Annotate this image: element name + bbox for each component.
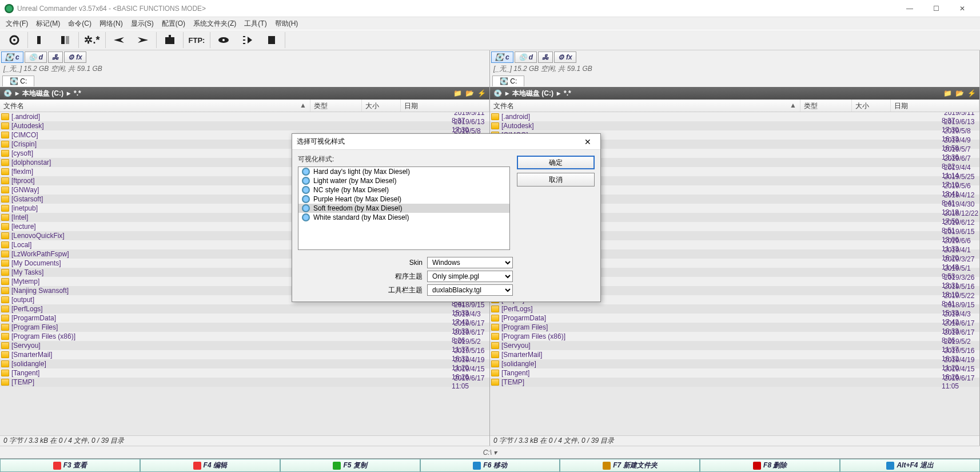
disk-icon: 💽: [3, 89, 12, 97]
minimize-button[interactable]: —: [897, 0, 923, 17]
path-tab[interactable]: 💽 C:: [2, 76, 34, 86]
file-row[interactable]: [solidangle]2019/4/19 11:20: [490, 359, 979, 368]
file-row[interactable]: [Autodesk]2019/6/13 17:30: [0, 121, 489, 130]
maximize-button[interactable]: ☐: [923, 0, 949, 17]
styles-listbox[interactable]: Hard day's light (by Max Diesel)Light wa…: [298, 166, 510, 250]
menu-item[interactable]: 命令(C): [65, 18, 95, 30]
menu-item[interactable]: 配置(O): [158, 18, 189, 30]
file-row[interactable]: [Program Files]2019/6/17 10:33: [490, 323, 979, 332]
fkey-f7[interactable]: F7 新建文件夹: [560, 459, 700, 472]
file-row[interactable]: [Tangent]2019/4/15 16:26: [490, 368, 979, 378]
menu-item[interactable]: 工具(T): [241, 18, 270, 30]
file-row[interactable]: [ProgarmData]2019/4/3 17:42: [0, 314, 489, 323]
menu-item[interactable]: 文件(F): [2, 18, 31, 30]
bc-icon-3[interactable]: ⚡: [967, 89, 976, 97]
tool-forward-icon[interactable]: [131, 31, 155, 49]
file-row[interactable]: [Servyou]2019/5/2 11:37: [490, 341, 979, 350]
fkey-f5[interactable]: F5 复制: [280, 459, 420, 472]
tool-eye-icon[interactable]: [212, 31, 236, 49]
drive-c-button[interactable]: 💽 c: [491, 51, 513, 63]
col-ext[interactable]: 类型: [800, 100, 852, 112]
col-size[interactable]: 大小: [362, 100, 401, 112]
file-row[interactable]: [TEMP]2019/6/17 11:05: [490, 378, 979, 387]
drive-d-button[interactable]: 💿 d: [25, 51, 47, 63]
tool-list-icon[interactable]: [236, 31, 260, 49]
tool-filter-icon[interactable]: ✲.*: [80, 31, 104, 49]
skin-select[interactable]: Windows: [427, 257, 513, 268]
bc-icon-3[interactable]: ⚡: [477, 89, 486, 97]
fkey-f4[interactable]: F4 编辑: [140, 459, 280, 472]
path-tab[interactable]: 💽 C:: [492, 76, 524, 86]
fkey-icon: [886, 462, 894, 470]
tool-panel1-icon[interactable]: [29, 31, 53, 49]
fkey-f3[interactable]: F3 查看: [0, 459, 140, 472]
file-row[interactable]: [ProgarmData]2019/4/3 17:42: [490, 314, 979, 323]
file-row[interactable]: [PerfLogs]2018/9/15 15:33: [490, 304, 979, 314]
breadcrumb-bar[interactable]: 💽▸本地磁盘 (C:)▸*.*📁📂⚡: [0, 87, 489, 100]
col-date[interactable]: 日期: [891, 100, 979, 112]
drive-fx-button[interactable]: ⚙ fx: [64, 51, 86, 63]
file-row[interactable]: [PerfLogs]2018/9/15 15:33: [0, 304, 489, 314]
file-row[interactable]: [TEMP]2019/6/17 11:05: [0, 378, 489, 387]
col-size[interactable]: 大小: [852, 100, 891, 112]
breadcrumb-disk[interactable]: 本地磁盘 (C:): [22, 89, 63, 98]
drive-c-button[interactable]: 💽 c: [1, 51, 23, 63]
breadcrumb-filter[interactable]: *.*: [74, 89, 81, 97]
style-option[interactable]: Purple Heart (by Max Diesel): [298, 195, 509, 204]
close-button[interactable]: ✕: [949, 0, 975, 17]
file-row[interactable]: [Program Files (x86)]2019/6/17 8:26: [0, 332, 489, 341]
file-row[interactable]: [Tangent]2019/4/15 16:26: [0, 368, 489, 378]
menubar: 文件(F)标记(M)命令(C)网络(N)显示(S)配置(O)系统文件夹(Z)工具…: [0, 17, 980, 30]
col-name[interactable]: 文件名 ▲: [490, 100, 800, 112]
file-row[interactable]: [Servyou]2019/5/2 11:37: [0, 341, 489, 350]
tool-back-icon[interactable]: [107, 31, 131, 49]
breadcrumb-filter[interactable]: *.*: [564, 89, 571, 97]
menu-item[interactable]: 系统文件夹(Z): [190, 18, 240, 30]
toolbar-theme-select[interactable]: duxlabBlacky.tgl: [427, 284, 513, 296]
drive-network-button[interactable]: 🖧: [48, 51, 63, 63]
file-row[interactable]: [.android]2019/5/11 8:37: [490, 112, 979, 121]
fkey-f8[interactable]: F8 删除: [700, 459, 840, 472]
bc-icon-1[interactable]: 📁: [943, 89, 952, 97]
bc-icon-2[interactable]: 📂: [955, 89, 964, 97]
tool-refresh-icon[interactable]: [2, 31, 26, 49]
dialog-close-button[interactable]: ✕: [580, 137, 596, 146]
theme-select[interactable]: Only simple.pgl: [427, 271, 513, 282]
style-option[interactable]: Light water (by Max Diesel): [298, 176, 509, 185]
file-row[interactable]: [Program Files (x86)]2019/6/17 8:26: [490, 332, 979, 341]
fkey-f6[interactable]: F6 移动: [420, 459, 560, 472]
menu-item[interactable]: 显示(S): [128, 18, 157, 30]
drive-fx-button[interactable]: ⚙ fx: [554, 51, 576, 63]
tool-flag-icon[interactable]: [260, 31, 284, 49]
file-row[interactable]: [Program Files]2019/6/17 10:33: [0, 323, 489, 332]
style-option[interactable]: Soft freedom (by Max Diesel): [298, 204, 509, 213]
col-ext[interactable]: 类型: [310, 100, 362, 112]
bc-icon-2[interactable]: 📂: [465, 89, 474, 97]
col-name[interactable]: 文件名 ▲: [0, 100, 310, 112]
command-line[interactable]: C:\ ▾: [0, 446, 980, 458]
tool-archive-icon[interactable]: [158, 31, 182, 49]
drive-d-button[interactable]: 💿 d: [515, 51, 537, 63]
file-row[interactable]: [solidangle]2019/4/19 11:20: [0, 359, 489, 368]
menu-item[interactable]: 帮助(H): [272, 18, 302, 30]
col-date[interactable]: 日期: [401, 100, 489, 112]
tool-panel2-icon[interactable]: [53, 31, 77, 49]
menu-item[interactable]: 网络(N): [96, 18, 126, 30]
style-option[interactable]: Hard day's light (by Max Diesel): [298, 167, 509, 176]
fkey-alt+f4[interactable]: Alt+F4 退出: [840, 459, 980, 472]
breadcrumb-disk[interactable]: 本地磁盘 (C:): [512, 89, 553, 98]
folder-icon: [1, 187, 9, 193]
style-option[interactable]: NC style (by Max Diesel): [298, 185, 509, 195]
file-row[interactable]: [Autodesk]2019/6/13 17:30: [490, 121, 979, 130]
breadcrumb-bar[interactable]: 💽▸本地磁盘 (C:)▸*.*📁📂⚡: [490, 87, 979, 100]
cancel-button[interactable]: 取消: [517, 173, 595, 187]
ok-button[interactable]: 确定: [517, 156, 595, 169]
file-row[interactable]: [SmarterMail]2019/5/16 16:32: [0, 350, 489, 359]
bc-icon-1[interactable]: 📁: [453, 89, 462, 97]
drive-network-button[interactable]: 🖧: [538, 51, 553, 63]
file-row[interactable]: [.android]2019/5/11 8:37: [0, 112, 489, 121]
menu-item[interactable]: 标记(M): [33, 18, 63, 30]
style-option[interactable]: White standard (by Max Diesel): [298, 213, 509, 222]
file-row[interactable]: [SmarterMail]2019/5/16 16:32: [490, 350, 979, 359]
tool-ftp-button[interactable]: FTP:: [185, 31, 209, 49]
